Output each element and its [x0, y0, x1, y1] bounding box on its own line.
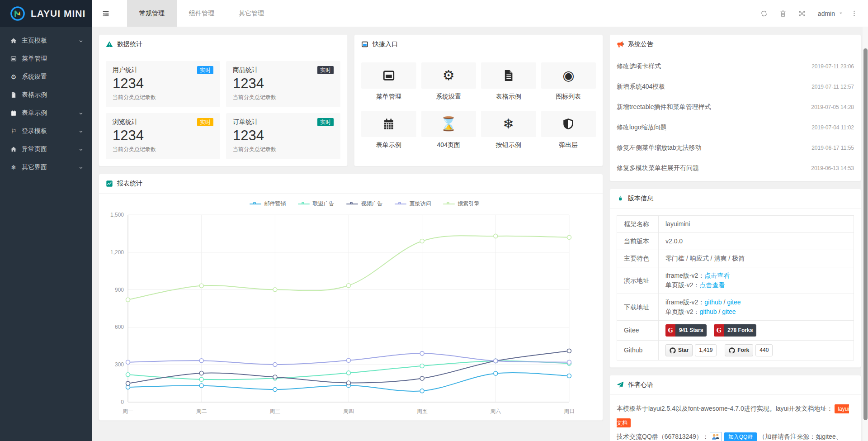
- svg-text:900: 900: [115, 287, 124, 293]
- quick-item-form-example[interactable]: 表单示例: [361, 111, 416, 149]
- svg-text:600: 600: [115, 324, 124, 330]
- svg-text:周四: 周四: [343, 408, 354, 414]
- octocat-icon: [729, 347, 735, 354]
- announcement-row: 修复多模块菜单栏展开有问题 2019-06-13 14:53: [617, 158, 854, 178]
- warning-triangle-icon: [106, 41, 113, 48]
- sidebar-item-login-template[interactable]: ⚐ 登录模板: [0, 122, 92, 140]
- github-star-button[interactable]: Star: [665, 344, 693, 356]
- panel-title: 作者心语: [628, 381, 653, 389]
- github-star-widget: Star 1,419: [665, 344, 717, 356]
- status-badge: 实时: [317, 118, 334, 126]
- github-fork-button[interactable]: Fork: [725, 344, 753, 356]
- panel-report-statistics: 报表统计 邮件营销 联盟广告 视频广告 直接访问: [99, 174, 603, 421]
- quick-item-button-example[interactable]: ❄ 按钮示例: [481, 111, 536, 149]
- stat-value: 1234: [233, 127, 334, 145]
- sidebar: LAYUI MINI 主页模板 菜单管理 ⚙ 系统设置 表格示例 表单示例 ⚐ …: [0, 0, 92, 441]
- svg-text:0: 0: [121, 399, 124, 405]
- announcement-row: 新增系统404模板 2019-07-11 12:57: [617, 76, 854, 97]
- kebab-menu-icon[interactable]: [848, 10, 860, 17]
- stat-card-views: 浏览统计 实时 1234 当前分类总记录数: [106, 113, 220, 159]
- sidebar-item-system-settings[interactable]: ⚙ 系统设置: [0, 68, 92, 86]
- svg-text:周二: 周二: [196, 408, 207, 414]
- sidebar-item-menu-management[interactable]: 菜单管理: [0, 50, 92, 68]
- legend-item-search-engine[interactable]: 搜索引擎: [443, 200, 480, 208]
- layui-n-logo-icon: [10, 6, 25, 21]
- github-star-count[interactable]: 1,419: [695, 344, 717, 356]
- main-content: 数据统计 用户统计 实时 1234 当前分类总记录数: [92, 27, 868, 441]
- panel-title: 快捷入口: [373, 40, 398, 48]
- github-fork-count[interactable]: 440: [755, 344, 773, 356]
- quick-item-system-settings[interactable]: ⚙ 系统设置: [421, 62, 476, 101]
- scrollbar-thumb[interactable]: [863, 48, 868, 420]
- table-row: 下载地址 iframe版-v2：github / gitee 单页版-v2：gi…: [617, 294, 854, 321]
- stat-value: 1234: [113, 127, 213, 145]
- home-icon: [9, 38, 18, 44]
- fullscreen-icon[interactable]: [793, 10, 811, 17]
- github-widgets: Star 1,419 Fork 440: [659, 341, 854, 360]
- octocat-icon: [670, 347, 676, 354]
- legend-item-affiliate-ads[interactable]: 联盟广告: [298, 200, 335, 208]
- gitee-stars-badge[interactable]: G 941 Stars: [665, 324, 707, 337]
- quick-item-404-page[interactable]: ⌛ 404页面: [421, 111, 476, 149]
- sidebar-item-error-pages[interactable]: 异常页面: [0, 140, 92, 158]
- framework-name: layuimini: [659, 216, 854, 233]
- demo-spa-link[interactable]: 点击查看: [699, 281, 725, 289]
- table-row: Gitee G 941 Stars G 278 Forks: [617, 321, 854, 341]
- download-spa-github-link[interactable]: github: [699, 308, 717, 315]
- demo-iframe-link[interactable]: 点击查看: [704, 272, 730, 279]
- join-qq-group-badge[interactable]: 加入QQ群: [724, 432, 757, 441]
- svg-text:1,200: 1,200: [110, 249, 124, 256]
- quick-item-table-example[interactable]: 表格示例: [481, 62, 536, 101]
- svg-text:周六: 周六: [490, 408, 501, 414]
- trash-icon[interactable]: [774, 10, 793, 17]
- download-iframe-gitee-link[interactable]: gitee: [727, 299, 741, 306]
- gears-icon: ⚙: [9, 73, 18, 81]
- panel-quick-entry: 快捷入口 菜单管理 ⚙ 系统设置 表格示: [354, 34, 603, 166]
- status-badge: 实时: [197, 118, 213, 126]
- svg-text:周一: 周一: [123, 408, 133, 414]
- download-links: iframe版-v2：github / gitee 单页版-v2：github …: [659, 294, 854, 321]
- announcement-row: 修改选项卡样式 2019-07-11 23:06: [617, 56, 854, 76]
- menu-fold-icon[interactable]: [92, 0, 120, 27]
- sidebar-item-other-ui[interactable]: ❄ 其它界面: [0, 158, 92, 176]
- quick-item-icon-list[interactable]: ◉ 图标列表: [541, 62, 596, 101]
- quick-item-popup-layer[interactable]: 弹出层: [541, 111, 596, 149]
- refresh-icon[interactable]: [755, 10, 774, 17]
- announcement-row: 新增treetable插件和菜单管理样式 2019-07-05 14:28: [617, 97, 854, 117]
- stat-value: 1234: [113, 75, 213, 93]
- tab-other-management[interactable]: 其它管理: [226, 0, 276, 27]
- stat-value: 1234: [233, 75, 334, 93]
- table-row: Github Star 1,419: [617, 341, 854, 360]
- legend-item-direct-visit[interactable]: 直接访问: [395, 200, 431, 208]
- sidebar-item-form-example[interactable]: 表单示例: [0, 104, 92, 122]
- legend-item-email-marketing[interactable]: 邮件营销: [250, 200, 286, 208]
- author-paragraph-2: 技术交流QQ群（667813249）： 加入QQ群 （加群请备注来源：如gite…: [617, 430, 854, 441]
- legend-marker-icon: [250, 202, 261, 206]
- table-row: 框架名称 layuimini: [617, 216, 854, 233]
- username: admin: [818, 10, 835, 17]
- svg-text:周三: 周三: [269, 408, 280, 414]
- quick-item-menu-management[interactable]: 菜单管理: [361, 62, 416, 101]
- download-spa-gitee-link[interactable]: gitee: [722, 308, 736, 315]
- gitee-logo-icon: G: [714, 324, 724, 337]
- sidebar-item-table-example[interactable]: 表格示例: [0, 86, 92, 104]
- app-logo[interactable]: LAYUI MINI: [0, 0, 92, 27]
- top-bar-actions: admin: [755, 0, 868, 27]
- legend-marker-icon: [346, 202, 358, 206]
- user-menu[interactable]: admin: [818, 10, 844, 17]
- announcement-row: 修复左侧菜单缩放tab无法移动 2019-06-17 11:55: [617, 138, 854, 158]
- tab-general-management[interactable]: 常规管理: [127, 0, 177, 27]
- dot-circle-icon: ◉: [562, 69, 574, 82]
- sidebar-item-home-template[interactable]: 主页模板: [0, 32, 92, 50]
- window-icon: [9, 56, 18, 62]
- bullhorn-icon: [617, 41, 624, 48]
- panel-title: 报表统计: [117, 180, 142, 188]
- legend-item-video-ads[interactable]: 视频广告: [346, 200, 383, 208]
- download-iframe-github-link[interactable]: github: [704, 299, 722, 306]
- tab-component-management[interactable]: 组件管理: [177, 0, 226, 27]
- app-title: LAYUI MINI: [31, 8, 85, 19]
- panel-author-words: 作者心语 本模板基于layui2.5.4以及font-awesome-4.7.0…: [609, 375, 861, 441]
- current-version: v2.0.0: [659, 233, 854, 250]
- window-icon: [382, 69, 395, 82]
- gitee-forks-badge[interactable]: G 278 Forks: [714, 324, 756, 337]
